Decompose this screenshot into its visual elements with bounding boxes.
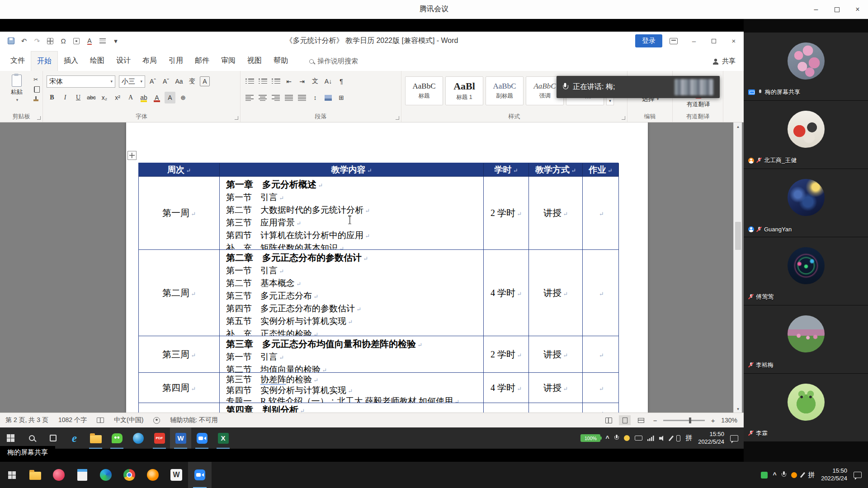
ribbon-tab[interactable]: 帮助 <box>268 51 294 71</box>
word-minimize-button[interactable]: – <box>684 32 704 50</box>
decrease-indent-icon[interactable]: ⇤ <box>283 75 294 87</box>
chevron-up-icon[interactable]: ^ <box>605 435 609 442</box>
superscript-icon[interactable]: x² <box>112 92 123 103</box>
homework-cell[interactable] <box>583 373 619 403</box>
globe-app-icon[interactable] <box>127 427 149 449</box>
strikethrough-icon[interactable]: abc <box>86 92 97 103</box>
folder-app-icon[interactable] <box>85 427 106 449</box>
hours-cell[interactable]: 4 学时 <box>484 250 529 336</box>
week-cell[interactable]: 第二周 <box>139 250 220 336</box>
red-app-app-icon[interactable] <box>47 462 71 488</box>
ribbon-tab[interactable]: 布局 <box>137 51 163 71</box>
print-layout-button[interactable] <box>619 415 631 425</box>
hours-cell[interactable]: 2 学时 <box>484 177 529 250</box>
zoom-level[interactable]: 130% <box>721 417 737 424</box>
content-line[interactable]: 第二节 均值向量的检验 <box>226 364 483 373</box>
pilcrow-icon[interactable]: ¶ <box>336 75 347 87</box>
ribbon-tab[interactable]: 设计 <box>110 51 137 71</box>
wps-app-icon[interactable]: W <box>165 462 188 488</box>
method-cell[interactable]: 讲授 <box>529 373 583 403</box>
participant-tile[interactable]: 梅的屏幕共享 <box>744 33 868 100</box>
ribbon-tab[interactable]: 审阅 <box>215 51 241 71</box>
multilevel-list-icon[interactable] <box>270 75 281 87</box>
content-line[interactable]: 第三节 协差阵的检验 <box>226 375 483 385</box>
participant-tile[interactable]: 北工商_王健 <box>744 101 868 169</box>
content-line[interactable]: 第一节 引言 <box>226 265 483 277</box>
sort-icon[interactable]: A↓ <box>323 75 334 87</box>
content-line[interactable]: 专题一 R 软件介绍（一）：北工大 薛毅老师教材 如何使用 <box>226 396 483 403</box>
line-spacing-icon[interactable]: ↕ <box>310 92 321 103</box>
style-item[interactable]: AaBbC副标题 <box>486 76 524 105</box>
style-item[interactable]: AaBl标题 1 <box>445 76 483 105</box>
paste-button[interactable]: 粘贴 ▾ <box>4 73 30 108</box>
undo-icon[interactable]: ↶ <box>20 37 28 45</box>
meeting-app-icon[interactable] <box>188 462 212 488</box>
font-color-icon[interactable]: A <box>151 92 162 103</box>
font-name-select[interactable]: 宋体▾ <box>47 75 115 88</box>
character-border-icon[interactable]: A <box>200 76 210 86</box>
ribbon-tab[interactable]: 绘图 <box>84 51 110 71</box>
ime-icon[interactable]: 拼 <box>808 471 815 479</box>
meeting-close-button[interactable]: × <box>847 0 868 19</box>
host-clock[interactable]: 15:50 2022/5/24 <box>821 467 847 483</box>
content-line[interactable]: 第四节 计算机在统计分析中的应用 <box>226 230 483 242</box>
homework-cell[interactable] <box>583 403 619 413</box>
sun-icon[interactable] <box>624 435 630 441</box>
meeting-maximize-button[interactable] <box>826 0 847 19</box>
asian-layout-icon[interactable]: 文 <box>310 75 321 87</box>
mic-icon[interactable] <box>614 435 619 442</box>
task-view-app-icon[interactable] <box>42 427 64 449</box>
content-line[interactable]: 第二章 多元正态分布的参数估计 <box>226 252 483 265</box>
week-cell[interactable]: 第三周 <box>139 336 220 373</box>
chevron-up-icon[interactable]: ^ <box>773 471 776 479</box>
wifi-icon[interactable] <box>647 436 654 441</box>
excel-app-icon[interactable]: X <box>212 427 234 449</box>
format-painter-icon[interactable] <box>32 96 40 103</box>
word-restore-button[interactable] <box>704 32 724 50</box>
word-close-button[interactable]: × <box>724 32 744 50</box>
content-line[interactable]: 第一节 引言 <box>226 192 483 204</box>
content-line[interactable]: 第二节 基本概念 <box>226 277 483 290</box>
pen-icon[interactable] <box>800 472 805 478</box>
content-cell[interactable]: 第四章 判别分析 <box>220 403 484 413</box>
shrink-font-icon[interactable]: Aˇ <box>160 75 171 87</box>
dialog-launcher-icon[interactable] <box>396 116 399 120</box>
numbered-list-icon[interactable] <box>257 75 268 87</box>
content-cell[interactable]: 第二章 多元正态分布的参数估计第一节 引言第二节 基本概念第三节 多元正态分布第… <box>220 250 484 336</box>
redo-icon[interactable]: ↷ <box>33 37 41 45</box>
accessibility-status[interactable]: 辅助功能: 不可用 <box>170 416 218 424</box>
content-line[interactable]: 第四章 判别分析 <box>226 405 483 413</box>
proofing-icon[interactable] <box>97 418 104 423</box>
content-line[interactable]: 第三节 应用背景 <box>226 217 483 230</box>
table-move-handle[interactable] <box>127 151 137 160</box>
search-app-icon[interactable] <box>21 427 42 449</box>
start-app-icon[interactable] <box>0 462 24 488</box>
increase-indent-icon[interactable]: ⇥ <box>297 75 307 87</box>
table-header-cell[interactable]: 作业 <box>583 163 619 177</box>
document-page[interactable]: 周次教学内容学时教学方式作业第一周第一章 多元分析概述第一节 引言第二节 大数据… <box>126 122 648 413</box>
homework-cell[interactable] <box>583 177 619 250</box>
action-center-icon[interactable] <box>730 435 738 441</box>
underline-a-icon[interactable]: A <box>86 38 93 45</box>
shading-icon[interactable] <box>323 92 334 103</box>
folder-app-icon[interactable] <box>24 462 47 488</box>
wechat-app-icon[interactable] <box>106 427 127 449</box>
login-button[interactable]: 登录 <box>635 34 662 47</box>
method-cell[interactable]: 讲授 <box>529 177 583 250</box>
participant-tile[interactable]: 李裕梅 <box>744 305 868 373</box>
table-header-cell[interactable]: 周次 <box>139 163 220 177</box>
ribbon-tab[interactable]: 开始 <box>31 51 58 71</box>
participant-tile[interactable]: 李霖 <box>744 374 868 441</box>
zoom-slider[interactable] <box>663 420 705 421</box>
chrome-app-icon[interactable] <box>118 462 141 488</box>
underline-icon[interactable]: U <box>73 92 84 103</box>
mic-icon[interactable] <box>782 471 786 479</box>
grow-font-icon[interactable]: Aˆ <box>147 75 158 87</box>
meeting-minimize-button[interactable]: – <box>806 0 826 19</box>
pdf-app-icon[interactable]: PDF <box>149 427 170 449</box>
scroll-up-icon[interactable]: ▴ <box>734 122 742 130</box>
homework-cell[interactable] <box>583 336 619 373</box>
shared-clock[interactable]: 15:50 2022/5/24 <box>698 431 724 446</box>
borders-icon[interactable]: ⊞ <box>336 92 347 103</box>
align-left-icon[interactable] <box>244 92 255 103</box>
